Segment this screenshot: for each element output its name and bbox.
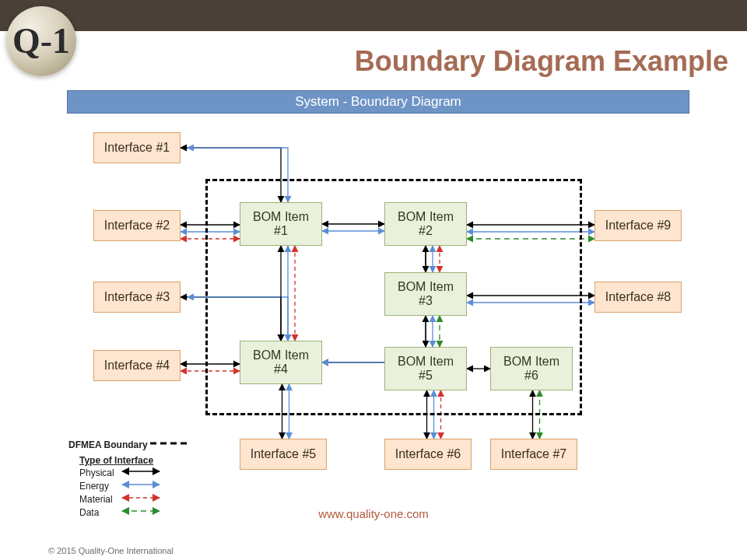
bom-item-box-b4: BOM Item#4 bbox=[240, 341, 322, 384]
legend-label-physical: Physical bbox=[79, 466, 119, 479]
legend-label-energy: Energy bbox=[79, 479, 119, 492]
legend-label-material: Material bbox=[79, 492, 119, 506]
interface-box-if6: Interface #6 bbox=[384, 439, 472, 470]
legend-swatch-material bbox=[119, 492, 167, 506]
legend-row-energy: Energy bbox=[79, 479, 167, 492]
legend-row-material: Material bbox=[79, 492, 167, 506]
diagram-banner: System - Boundary Diagram bbox=[67, 90, 689, 114]
interface-box-if5: Interface #5 bbox=[240, 439, 327, 470]
bom-item-box-b6: BOM Item#6 bbox=[490, 347, 573, 390]
interface-box-if8: Interface #8 bbox=[594, 282, 682, 313]
legend-boundary-label: DFMEA Boundary bbox=[68, 439, 148, 450]
interface-box-if3: Interface #3 bbox=[93, 282, 181, 313]
bom-item-box-b2: BOM Item#2 bbox=[384, 202, 467, 246]
legend-boundary-swatch bbox=[150, 439, 191, 448]
interface-box-if2: Interface #2 bbox=[93, 210, 181, 241]
interface-box-if9: Interface #9 bbox=[594, 210, 682, 241]
legend-swatch-energy bbox=[119, 479, 167, 492]
top-bar bbox=[0, 0, 747, 31]
interface-box-if4: Interface #4 bbox=[93, 350, 181, 381]
legend-swatch-physical bbox=[119, 466, 167, 479]
bom-item-box-b1: BOM Item#1 bbox=[240, 202, 322, 246]
interface-box-if7: Interface #7 bbox=[490, 439, 577, 470]
legend-subheader: Type of Interface bbox=[79, 455, 201, 466]
legend-row-physical: Physical bbox=[79, 466, 167, 479]
bom-item-box-b3: BOM Item#3 bbox=[384, 272, 467, 316]
interface-box-if1: Interface #1 bbox=[93, 132, 181, 163]
copyright: © 2015 Quality-One International bbox=[48, 546, 174, 555]
bom-item-box-b5: BOM Item#5 bbox=[384, 347, 467, 390]
footer-url: www.quality-one.com bbox=[0, 507, 747, 520]
page-title: Boundary Diagram Example bbox=[0, 45, 728, 78]
